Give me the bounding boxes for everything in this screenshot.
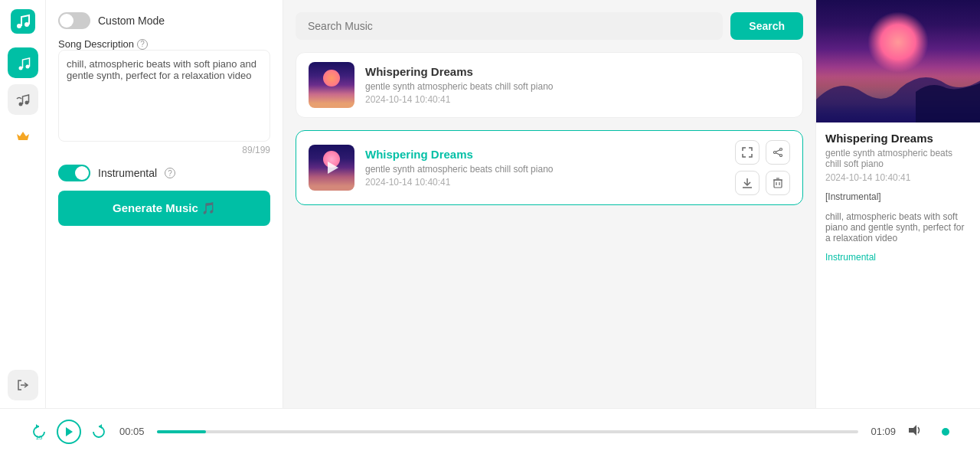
search-input[interactable]	[296, 12, 723, 40]
main-content: Search Whispering Dreams gentle synth at…	[283, 0, 815, 408]
char-count: 89/199	[58, 145, 270, 155]
right-panel-link[interactable]: Instrumental	[825, 252, 876, 263]
progress-fill	[157, 430, 206, 433]
search-button[interactable]: Search	[730, 12, 803, 40]
custom-mode-row: Custom Mode	[58, 12, 270, 29]
sidebar-panel: Custom Mode Song Description ? chill, at…	[46, 0, 283, 408]
current-time: 00:05	[119, 426, 145, 437]
share-button[interactable]	[766, 140, 790, 165]
progress-bar[interactable]	[157, 430, 859, 433]
right-panel-image	[816, 0, 980, 122]
song-thumbnail	[309, 62, 354, 108]
svg-point-9	[780, 149, 782, 151]
volume-icon[interactable]	[908, 423, 923, 440]
volume-dot	[942, 428, 949, 436]
sidebar-item-explore[interactable]	[8, 84, 38, 115]
download-button[interactable]	[735, 171, 760, 195]
song-card[interactable]: Whispering Dreams gentle synth atmospher…	[296, 52, 803, 118]
generate-music-button[interactable]: Generate Music 🎵	[58, 191, 270, 226]
svg-line-12	[776, 150, 779, 152]
song-date-selected: 2024-10-14 10:40:41	[365, 177, 724, 188]
right-panel-description: chill, atmospheric beats with soft piano…	[825, 211, 971, 243]
forward-wrap	[90, 423, 107, 440]
right-panel-title: Whispering Dreams	[825, 132, 971, 145]
right-panel-body: Whispering Dreams gentle synth atmospher…	[816, 122, 980, 408]
right-panel-date: 2024-10-14 10:40:41	[825, 172, 971, 183]
song-action-row-bottom	[735, 171, 790, 195]
player-bar: 15 00:05 01:09	[0, 408, 980, 454]
svg-marker-7	[17, 132, 29, 140]
player-controls: 15	[31, 420, 107, 444]
total-time: 01:09	[871, 426, 896, 437]
song-desc-section: Song Description ? chill, atmospheric be…	[58, 38, 270, 155]
song-title-selected: Whispering Dreams	[365, 148, 724, 161]
icon-bar	[0, 0, 46, 408]
song-date: 2024-10-14 10:40:41	[365, 94, 790, 105]
sidebar-item-crown[interactable]	[8, 121, 38, 152]
song-info: Whispering Dreams gentle synth atmospher…	[365, 65, 790, 105]
song-card-selected[interactable]: Whispering Dreams gentle synth atmospher…	[296, 130, 803, 205]
svg-marker-22	[909, 425, 916, 436]
rewind-label: 15	[36, 434, 43, 441]
app-logo	[9, 8, 37, 35]
song-action-row-top	[735, 140, 790, 165]
song-thumbnail-selected	[309, 145, 354, 191]
instrumental-row: Instrumental ?	[58, 165, 270, 181]
song-desc-textarea[interactable]: chill, atmospheric beats with soft piano…	[58, 50, 270, 142]
right-panel-tags: gentle synth atmospheric beats chill sof…	[825, 148, 971, 169]
song-title: Whispering Dreams	[365, 65, 790, 78]
sidebar-item-music-gen[interactable]	[8, 47, 38, 78]
sidebar-item-exit[interactable]	[8, 370, 38, 400]
play-triangle-icon	[328, 162, 338, 174]
custom-mode-label: Custom Mode	[98, 15, 165, 27]
song-info-selected: Whispering Dreams gentle synth atmospher…	[365, 148, 724, 188]
expand-button[interactable]	[735, 140, 760, 165]
search-row: Search	[296, 12, 803, 40]
song-tags-selected: gentle synth atmospheric beats chill sof…	[365, 164, 724, 175]
instrumental-help-icon[interactable]: ?	[165, 168, 175, 178]
song-tags: gentle synth atmospheric beats chill sof…	[365, 81, 790, 92]
svg-marker-21	[66, 427, 73, 436]
svg-point-11	[780, 155, 782, 157]
delete-button[interactable]	[766, 171, 790, 195]
svg-rect-0	[11, 9, 35, 34]
right-panel: Whispering Dreams gentle synth atmospher…	[815, 0, 980, 408]
instrumental-toggle[interactable]	[58, 165, 90, 181]
svg-rect-16	[774, 180, 782, 188]
song-desc-help-icon[interactable]: ?	[137, 39, 148, 50]
svg-point-10	[774, 152, 776, 154]
svg-line-13	[776, 153, 779, 155]
song-desc-label-row: Song Description ?	[58, 38, 270, 50]
play-icon-overlay	[309, 145, 354, 191]
instrumental-label: Instrumental	[98, 167, 157, 179]
song-actions	[735, 140, 790, 195]
forward-button[interactable]	[90, 423, 107, 440]
play-pause-button[interactable]	[57, 420, 81, 444]
right-panel-badge: [Instrumental]	[825, 191, 881, 202]
rewind-wrap: 15	[31, 423, 47, 440]
custom-mode-toggle[interactable]	[58, 12, 90, 29]
